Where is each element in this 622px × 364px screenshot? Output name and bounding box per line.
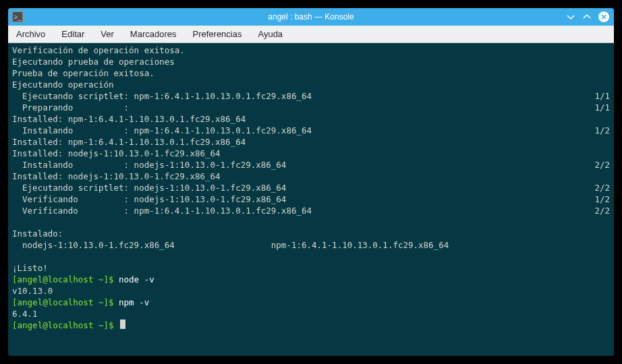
terminal-line: Installed: npm-1:6.4.1-1.10.13.0.1.fc29.… <box>12 136 610 148</box>
close-icon[interactable] <box>598 11 610 23</box>
window-controls <box>565 11 614 23</box>
terminal-line: [angel@localhost ~]$ <box>12 320 610 331</box>
progress-counter: 2/2 <box>583 159 610 171</box>
menu-marcadores[interactable]: Marcadores <box>130 29 177 39</box>
terminal-line: 6.4.1 <box>12 308 610 320</box>
terminal-text: Ejecutando operación <box>12 79 610 90</box>
maximize-icon[interactable] <box>582 11 592 22</box>
app-icon: >_ <box>12 11 23 22</box>
terminal-line: Ejecutando scriptlet: npm-1:6.4.1-1.10.1… <box>12 90 610 102</box>
terminal-line: Installed: nodejs-1:10.13.0-1.fc29.x86_6… <box>12 171 610 182</box>
menubar: Archivo Editar Ver Marcadores Preferenci… <box>8 26 614 43</box>
terminal-line: Verificación de operación exitosa. <box>12 44 610 56</box>
progress-counter: 2/2 <box>583 182 610 193</box>
terminal-line: Verificando : nodejs-1:10.13.0-1.fc29.x8… <box>12 193 610 205</box>
progress-counter: 1/2 <box>583 193 610 205</box>
terminal-line <box>12 216 610 228</box>
terminal-text: v10.13.0 <box>12 285 610 297</box>
terminal-text: Installed: nodejs-1:10.13.0-1.fc29.x86_6… <box>12 171 610 182</box>
menu-archivo[interactable]: Archivo <box>16 29 45 39</box>
window-title: angel : bash — Konsole <box>8 12 614 22</box>
progress-counter: 1/1 <box>583 102 610 113</box>
terminal-line: Ejecutando prueba de operaciones <box>12 56 610 67</box>
terminal-line: ¡Listo! <box>12 262 610 274</box>
progress-counter: 2/2 <box>583 205 610 216</box>
terminal-text: Ejecutando scriptlet: npm-1:6.4.1-1.10.1… <box>12 90 583 102</box>
shell-prompt: [angel@localhost ~]$ <box>12 297 119 308</box>
terminal-text: Verificando : nodejs-1:10.13.0-1.fc29.x8… <box>12 193 583 205</box>
shell-prompt: [angel@localhost ~]$ <box>12 274 119 285</box>
terminal-line: Preparando :1/1 <box>12 102 610 113</box>
terminal-text: Ejecutando prueba de operaciones <box>12 56 610 67</box>
terminal-text: nodejs-1:10.13.0-1.fc29.x86_64 npm-1:6.4… <box>12 239 610 251</box>
terminal-line: Verificando : npm-1:6.4.1-1.10.13.0.1.fc… <box>12 205 610 216</box>
terminal-line <box>12 251 610 262</box>
terminal-line: v10.13.0 <box>12 285 610 297</box>
titlebar[interactable]: >_ angel : bash — Konsole <box>8 8 614 26</box>
terminal-text: Instalado: <box>12 228 610 239</box>
shell-prompt: [angel@localhost ~]$ <box>12 320 119 331</box>
terminal-line: Instalando : nodejs-1:10.13.0-1.fc29.x86… <box>12 159 610 171</box>
menu-editar[interactable]: Editar <box>61 29 84 39</box>
menu-ver[interactable]: Ver <box>101 29 114 39</box>
terminal-text: Ejecutando scriptlet: nodejs-1:10.13.0-1… <box>12 182 583 193</box>
minimize-icon[interactable] <box>565 11 576 22</box>
terminal-line: Installed: nodejs-1:10.13.0-1.fc29.x86_6… <box>12 148 610 159</box>
terminal-text: Installed: nodejs-1:10.13.0-1.fc29.x86_6… <box>12 148 610 159</box>
terminal-text: 6.4.1 <box>12 308 610 320</box>
terminal-text: ¡Listo! <box>12 262 610 274</box>
terminal-text: Installed: npm-1:6.4.1-1.10.13.0.1.fc29.… <box>12 136 610 148</box>
cursor-icon <box>120 320 125 329</box>
progress-counter: 1/1 <box>583 90 610 102</box>
terminal-line: [angel@localhost ~]$ npm -v <box>12 297 610 308</box>
terminal-line: Ejecutando scriptlet: nodejs-1:10.13.0-1… <box>12 182 610 193</box>
terminal-text: Instalando : nodejs-1:10.13.0-1.fc29.x86… <box>12 159 583 171</box>
progress-counter: 1/2 <box>583 125 610 136</box>
menu-preferencias[interactable]: Preferencias <box>192 29 242 39</box>
konsole-window: >_ angel : bash — Konsole Archivo Editar… <box>8 8 614 356</box>
terminal-text: Instalando : npm-1:6.4.1-1.10.13.0.1.fc2… <box>12 125 583 136</box>
terminal-line: Prueba de operación exitosa. <box>12 67 610 79</box>
terminal-text: Prueba de operación exitosa. <box>12 67 610 79</box>
shell-command: node -v <box>119 274 154 285</box>
terminal-line: Instalado: <box>12 228 610 239</box>
menu-ayuda[interactable]: Ayuda <box>258 29 283 39</box>
terminal-text: Verificación de operación exitosa. <box>12 44 610 56</box>
terminal-text: Verificando : npm-1:6.4.1-1.10.13.0.1.fc… <box>12 205 583 216</box>
terminal-line: Installed: npm-1:6.4.1-1.10.13.0.1.fc29.… <box>12 113 610 125</box>
terminal-text: Preparando : <box>12 102 583 113</box>
terminal-line: Ejecutando operación <box>12 79 610 90</box>
terminal-line: Instalando : npm-1:6.4.1-1.10.13.0.1.fc2… <box>12 125 610 136</box>
terminal-text: Installed: npm-1:6.4.1-1.10.13.0.1.fc29.… <box>12 113 610 125</box>
terminal-output[interactable]: Verificación de operación exitosa.Ejecut… <box>8 43 614 356</box>
shell-command: npm -v <box>119 297 149 308</box>
terminal-line: nodejs-1:10.13.0-1.fc29.x86_64 npm-1:6.4… <box>12 239 610 251</box>
terminal-line: [angel@localhost ~]$ node -v <box>12 274 610 285</box>
